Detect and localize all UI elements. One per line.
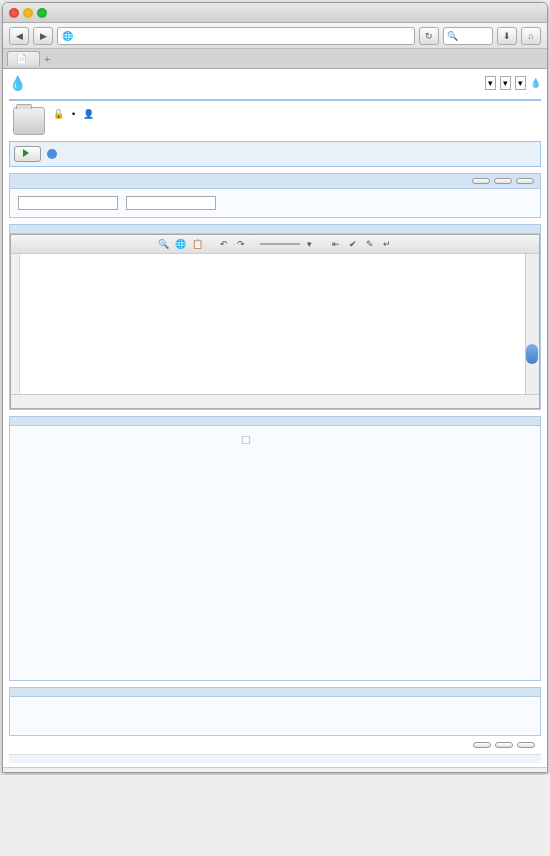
address-bar[interactable]: 🌐 — [57, 27, 415, 45]
copy-icon[interactable]: 📋 — [191, 237, 205, 251]
main-menu — [9, 93, 541, 101]
new-tab-button[interactable]: + — [44, 53, 50, 65]
save-and-continue-button[interactable] — [472, 178, 490, 184]
execute-button[interactable] — [14, 146, 41, 162]
description-input[interactable] — [126, 196, 216, 210]
user-menu[interactable]: ▾ — [515, 76, 526, 90]
globe-icon[interactable]: 🌐 — [174, 237, 188, 251]
aqua-data-server-logo: 💧 — [9, 75, 28, 91]
console-output — [14, 701, 536, 731]
browser-tabbar: 📄 + — [3, 49, 547, 69]
font-size-select[interactable] — [260, 243, 300, 245]
page-footer — [9, 754, 541, 763]
scroll-thumb[interactable] — [526, 344, 538, 364]
dropdown-icon[interactable]: ▾ — [303, 237, 317, 251]
check-icon[interactable]: ✔ — [346, 237, 360, 251]
name-input[interactable] — [18, 196, 118, 210]
open-api-docs-link[interactable] — [47, 149, 60, 159]
lock-open-icon: 🔓 — [53, 109, 64, 119]
chart-container — [20, 436, 250, 670]
close-window-icon[interactable] — [9, 8, 19, 18]
scrollbar[interactable] — [525, 254, 539, 394]
tool-icon[interactable]: ✎ — [363, 237, 377, 251]
tab-favicon: 📄 — [16, 54, 27, 64]
download-button[interactable]: ⬇ — [497, 27, 517, 45]
browser-toolbar: ◀ ▶ 🌐 ↻ 🔍 ⬇ ⌂ — [3, 23, 547, 49]
back-button[interactable]: ◀ — [9, 27, 29, 45]
save-button-bottom[interactable] — [495, 742, 513, 748]
reload-button[interactable]: ↻ — [419, 27, 439, 45]
editor-toolbar: 🔍 🌐 📋 ↶ ↷ ▾ ⇤ ✔ ✎ ↵ — [11, 235, 539, 254]
save-and-continue-button-bottom[interactable] — [473, 742, 491, 748]
aquafold-logo: 💧 — [530, 78, 541, 88]
forward-button[interactable]: ▶ — [33, 27, 53, 45]
window-titlebar — [3, 3, 547, 23]
dedent-icon[interactable]: ⇤ — [329, 237, 343, 251]
project-select[interactable]: ▾ — [485, 76, 496, 90]
play-icon — [23, 149, 29, 157]
find-icon[interactable]: 🔍 — [157, 237, 171, 251]
home-button[interactable]: ⌂ — [521, 27, 541, 45]
info-icon — [47, 149, 57, 159]
project-folder-icon — [13, 107, 45, 135]
zoom-window-icon[interactable] — [37, 8, 47, 18]
chart-legend — [242, 436, 250, 444]
browser-status-bar — [3, 767, 547, 772]
bar-chart — [20, 448, 250, 668]
cancel-button-bottom[interactable] — [517, 742, 535, 748]
cancel-button[interactable] — [516, 178, 534, 184]
undo-icon[interactable]: ↶ — [217, 237, 231, 251]
user-avatar-icon: 👤 — [83, 109, 94, 119]
browser-tab[interactable]: 📄 — [7, 51, 40, 66]
minimize-window-icon[interactable] — [23, 8, 33, 18]
redo-icon[interactable]: ↷ — [234, 237, 248, 251]
code-editor[interactable] — [11, 254, 539, 394]
browser-search[interactable]: 🔍 — [443, 27, 493, 45]
save-button[interactable] — [494, 178, 512, 184]
language-select[interactable]: ▾ — [500, 76, 511, 90]
wrap-icon[interactable]: ↵ — [380, 237, 394, 251]
